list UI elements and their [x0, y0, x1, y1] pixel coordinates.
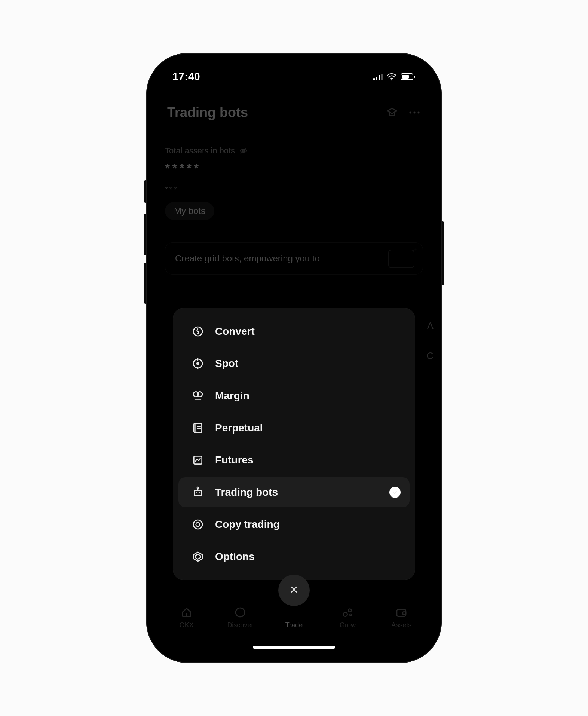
svg-point-25 [193, 520, 202, 529]
svg-point-4 [410, 112, 411, 114]
menu-item-copy-trading[interactable]: Copy trading [178, 510, 410, 539]
wifi-icon [386, 73, 397, 81]
margin-icon [191, 389, 205, 403]
menu-item-margin[interactable]: Margin [178, 381, 410, 411]
discover-icon [233, 606, 247, 619]
svg-rect-2 [414, 76, 415, 78]
menu-label: Spot [215, 358, 238, 370]
trade-menu-popup: Convert Spot Margin [173, 308, 415, 580]
more-icon[interactable] [408, 106, 421, 119]
bot-icon [191, 486, 205, 499]
menu-label: Trading bots [215, 486, 278, 498]
total-assets-label: Total assets in bots [165, 146, 423, 156]
my-bots-label: My bots [174, 206, 205, 216]
menu-item-convert[interactable]: Convert [178, 316, 410, 346]
bg-fragment-c: C [426, 350, 434, 362]
wallet-icon [395, 606, 408, 619]
svg-point-33 [343, 612, 347, 616]
svg-line-8 [241, 148, 246, 154]
svg-point-6 [418, 112, 420, 114]
promo-text: Create grid bots, empowering you to [175, 253, 320, 263]
spot-icon [191, 357, 205, 370]
svg-marker-27 [193, 552, 202, 561]
svg-point-24 [199, 492, 200, 493]
futures-icon [191, 453, 205, 467]
check-icon [389, 487, 401, 498]
svg-point-0 [391, 79, 392, 80]
svg-point-34 [348, 609, 351, 612]
phone-frame: 17:40 Trading bots [146, 53, 442, 663]
svg-point-35 [350, 614, 352, 616]
battery-icon [401, 73, 416, 80]
menu-item-spot[interactable]: Spot [178, 349, 410, 379]
menu-label: Margin [215, 390, 249, 402]
svg-point-23 [196, 492, 197, 493]
nav-label: Trade [285, 621, 303, 629]
page-title: Trading bots [167, 105, 248, 120]
nav-label: OKX [180, 621, 194, 629]
grow-icon [341, 606, 355, 619]
menu-item-trading-bots[interactable]: Trading bots [178, 477, 410, 507]
options-icon [191, 550, 205, 563]
svg-rect-37 [403, 612, 406, 615]
close-icon [289, 583, 299, 598]
screen: 17:40 Trading bots [154, 61, 434, 655]
menu-label: Copy trading [215, 518, 280, 530]
notch [238, 61, 350, 80]
menu-item-options[interactable]: Options [178, 542, 410, 572]
menu-label: Convert [215, 325, 255, 337]
svg-point-26 [196, 523, 200, 527]
menu-item-perpetual[interactable]: Perpetual [178, 413, 410, 443]
nav-label: Discover [227, 621, 253, 629]
eye-off-icon[interactable] [239, 147, 248, 155]
perpetual-icon [191, 421, 205, 435]
home-icon [180, 606, 193, 619]
trade-icon [287, 606, 301, 619]
assets-sub-masked: *** [165, 185, 423, 194]
menu-label: Options [215, 551, 255, 563]
total-assets-text: Total assets in bots [165, 146, 235, 156]
nav-label: Assets [391, 621, 411, 629]
promo-card[interactable]: Create grid bots, empowering you to [165, 242, 423, 275]
svg-marker-28 [195, 554, 200, 559]
nav-label: Grow [340, 621, 356, 629]
grid-bot-icon [388, 250, 414, 268]
copy-trading-icon [191, 518, 205, 531]
nav-grow[interactable]: Grow [321, 606, 375, 629]
menu-label: Futures [215, 454, 254, 466]
close-button[interactable] [278, 575, 310, 606]
menu-label: Perpetual [215, 422, 263, 434]
svg-rect-20 [195, 490, 202, 496]
nav-trade[interactable]: Trade [267, 606, 321, 629]
nav-okx[interactable]: OKX [160, 606, 214, 629]
nav-assets[interactable]: Assets [374, 606, 428, 629]
svg-rect-36 [397, 609, 406, 616]
my-bots-chip[interactable]: My bots [165, 202, 214, 220]
svg-point-11 [196, 362, 199, 365]
convert-icon [191, 325, 205, 338]
nav-discover[interactable]: Discover [214, 606, 267, 629]
status-time: 17:40 [172, 71, 200, 83]
academy-icon[interactable] [386, 106, 398, 119]
assets-value-masked: ***** [165, 161, 423, 175]
svg-point-5 [414, 112, 416, 114]
svg-rect-3 [402, 75, 409, 79]
home-indicator[interactable] [253, 646, 335, 649]
menu-item-futures[interactable]: Futures [178, 445, 410, 475]
bg-fragment-a: A [427, 320, 434, 332]
cellular-signal-icon [373, 73, 383, 80]
